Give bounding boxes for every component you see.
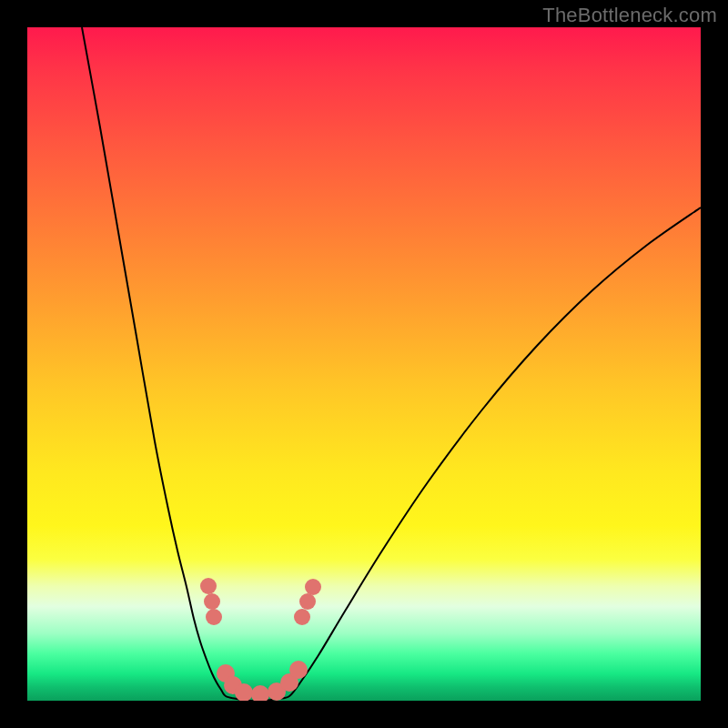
data-marker	[294, 609, 310, 625]
data-marker	[204, 593, 220, 610]
data-marker	[206, 609, 222, 625]
data-marker	[289, 661, 308, 679]
data-marker	[200, 578, 217, 594]
bottleneck-curve	[82, 27, 701, 701]
data-marker	[305, 579, 321, 595]
watermark-text: TheBottleneck.com	[542, 4, 717, 27]
data-marker	[251, 685, 269, 701]
bottleneck-curve-chart	[27, 27, 701, 701]
data-marker	[299, 593, 316, 610]
plot-area	[27, 27, 701, 701]
outer-frame: TheBottleneck.com	[0, 0, 728, 728]
